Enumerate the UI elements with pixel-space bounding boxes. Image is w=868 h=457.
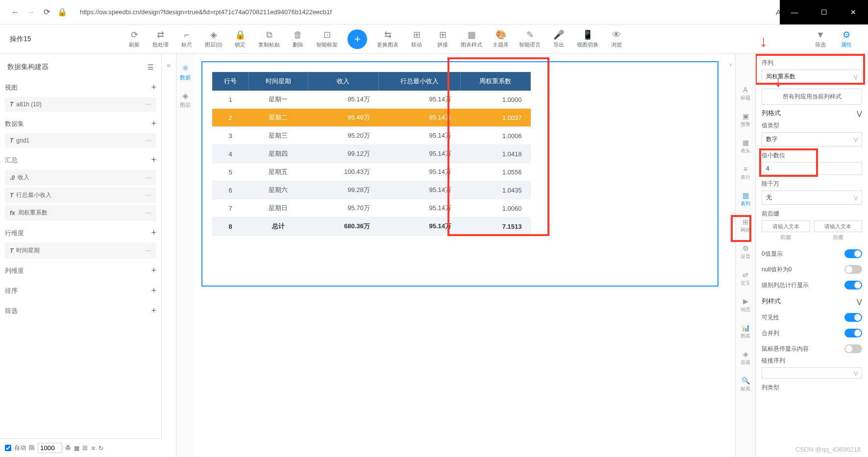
more-icon[interactable]: ⋯ xyxy=(146,101,151,108)
link-series-select[interactable]: ⋁ xyxy=(762,367,862,379)
url-bar[interactable]: https://ow.speedbi.cn/design?fdesign=tru… xyxy=(80,8,766,16)
add-icon[interactable]: + xyxy=(151,82,156,93)
add-icon[interactable]: + xyxy=(151,286,156,296)
vtab-数据[interactable]: ⚛数据 xyxy=(180,64,191,81)
table-row[interactable]: 7星期日95.70万95.14万1.0060 xyxy=(212,199,531,217)
expand-right[interactable]: › xyxy=(726,54,736,457)
table-row[interactable]: 3星期三95.20万95.14万1.0006 xyxy=(212,127,531,145)
rvtab-设置[interactable]: ⚙设置 xyxy=(741,244,750,260)
sidebar-item[interactable]: .0收入⋯ xyxy=(5,169,156,186)
toolbar-主题库[interactable]: 🎨主题库 xyxy=(489,28,513,50)
toolbar-联动[interactable]: ⊞联动 xyxy=(405,28,428,50)
sidebar-item[interactable]: Ta81h (10)⋯ xyxy=(5,97,156,112)
add-icon[interactable]: + xyxy=(151,306,156,316)
table-header[interactable]: 收入 xyxy=(308,72,379,91)
rvtab-图表[interactable]: 📊图表 xyxy=(741,324,750,339)
toolbar-导出[interactable]: 🎤导出 xyxy=(547,28,570,50)
toolbar-复制粘贴[interactable]: ⧉复制粘贴 xyxy=(254,28,284,50)
table-header[interactable]: 行号 xyxy=(212,72,248,91)
toolbar-图表样式[interactable]: ▦图表样式 xyxy=(457,28,486,50)
thousand-select[interactable]: 无⋁ xyxy=(762,191,862,205)
toolbar-标尺[interactable]: ⌐标尺 xyxy=(175,28,198,50)
canvas-frame[interactable]: 行号时间星期收入行总最小收入周权重系数 1星期一95.14万95.14万1.00… xyxy=(201,61,719,287)
col-style-header[interactable]: 列样式 ⋁ xyxy=(762,293,862,310)
shuffle-icon[interactable]: ⤭ xyxy=(91,445,96,452)
value-type-select[interactable]: 数字⋁ xyxy=(762,132,862,146)
maximize-button[interactable]: ☐ xyxy=(809,0,839,24)
sidebar-item[interactable]: T行总最小收入⋯ xyxy=(5,187,156,203)
decimal-input[interactable]: 4 xyxy=(762,162,862,175)
more-icon[interactable]: ⋯ xyxy=(146,192,151,199)
rvtab-表行[interactable]: ≡表行 xyxy=(741,165,750,181)
toolbar-批处理[interactable]: ⇄批处理 xyxy=(149,28,173,50)
rvtab-网格[interactable]: ⊞网格 xyxy=(741,218,750,234)
more-icon[interactable]: ⋯ xyxy=(146,137,151,144)
merge-switch[interactable] xyxy=(844,329,862,337)
rvtab-探索[interactable]: 🔍探索 xyxy=(741,377,750,392)
toolbar-更换图表[interactable]: ⇆更换图表 xyxy=(373,28,402,50)
toolbar-图层(0)[interactable]: ◈图层(0) xyxy=(201,28,226,50)
collapse-left[interactable]: « xyxy=(162,54,176,457)
toolbar-锁定[interactable]: 🔒锁定 xyxy=(228,28,252,50)
table-row[interactable]: 4星期四99.12万95.14万1.0418 xyxy=(212,145,531,163)
limit-input[interactable] xyxy=(38,443,62,453)
refresh-button[interactable]: ⟳ xyxy=(39,4,54,20)
visible-switch[interactable] xyxy=(844,313,862,322)
data-table[interactable]: 行号时间星期收入行总最小收入周权重系数 1星期一95.14万95.14万1.00… xyxy=(212,72,531,236)
toolbar-视图切换[interactable]: 📱视图切换 xyxy=(573,28,602,50)
table-header[interactable]: 行总最小收入 xyxy=(379,72,460,91)
table-header[interactable]: 时间星期 xyxy=(248,72,308,91)
rvtab-表头[interactable]: ▦表头 xyxy=(741,139,750,154)
toolbar-智能语言[interactable]: ✎智能语言 xyxy=(515,28,545,50)
back-button[interactable]: ← xyxy=(7,4,23,20)
more-icon[interactable]: ⋯ xyxy=(146,247,151,254)
table-row[interactable]: 2星期二95.49万95.14万1.0037 xyxy=(212,109,531,127)
apply-all-columns-button[interactable]: 所有列应用当前列样式 xyxy=(762,89,862,105)
zero-display-switch[interactable] xyxy=(844,249,862,258)
canvas-area[interactable]: 行号时间星期收入行总最小收入周权重系数 1星期一95.14万95.14万1.00… xyxy=(194,54,726,457)
table-header[interactable]: 周权重系数 xyxy=(460,72,530,91)
add-icon[interactable]: + xyxy=(151,155,156,165)
suffix-input[interactable] xyxy=(814,220,863,232)
sidebar-item[interactable]: fx周权重系数⋯ xyxy=(5,205,156,221)
add-icon[interactable]: + xyxy=(151,228,156,238)
level-total-switch[interactable] xyxy=(844,281,862,289)
null-fill-switch[interactable] xyxy=(844,265,862,274)
toolbar-刷新[interactable]: ⟳刷新 xyxy=(123,28,146,50)
col-format-header[interactable]: 列格式 ⋁ xyxy=(762,105,862,121)
rvtab-容器[interactable]: ◈容器 xyxy=(741,350,750,366)
add-button[interactable]: + xyxy=(347,29,367,49)
auto-checkbox[interactable] xyxy=(5,445,11,451)
add-icon[interactable]: + xyxy=(151,119,156,129)
rvtab-标题[interactable]: A标题 xyxy=(741,86,750,101)
sidebar-item[interactable]: Tgrid1⋯ xyxy=(5,133,156,148)
table-row[interactable]: 5星期五100.43万95.14万1.0556 xyxy=(212,163,531,181)
table-icon[interactable]: ▦ xyxy=(74,445,79,452)
more-icon[interactable]: ⋯ xyxy=(146,174,151,181)
toolbar-拼接[interactable]: ⊞拼接 xyxy=(431,28,454,50)
vtab-图层[interactable]: ◈图层 xyxy=(180,91,191,109)
rvtab-动态[interactable]: ▶动态 xyxy=(741,297,750,313)
toolbar-智能框架[interactable]: ⊡智能框架 xyxy=(312,28,342,50)
more-icon[interactable]: ⋯ xyxy=(146,210,151,216)
rvtab-表列[interactable]: ▥表列 xyxy=(741,192,750,207)
sidebar-item[interactable]: T时间星期⋯ xyxy=(5,242,156,259)
series-select[interactable]: 周权重系数⋁ xyxy=(762,70,862,84)
prefix-input[interactable] xyxy=(762,220,810,232)
sidebar-menu-icon[interactable]: ☰ xyxy=(148,63,154,71)
toolbar-浏览[interactable]: 👁浏览 xyxy=(605,28,628,50)
rvtab-交互[interactable]: ⇄交互 xyxy=(741,271,750,287)
toolbar-筛选[interactable]: ▼筛选 xyxy=(809,28,832,50)
minimize-button[interactable]: — xyxy=(780,0,809,24)
rvtab-预警[interactable]: ▣预警 xyxy=(741,112,750,128)
table-row[interactable]: 1星期一95.14万95.14万1.0000 xyxy=(212,91,531,109)
add-icon[interactable]: + xyxy=(151,265,156,276)
toolbar-删除[interactable]: 🗑删除 xyxy=(286,28,310,50)
close-button[interactable]: ✕ xyxy=(839,0,868,24)
table-row[interactable]: 6星期六99.28万95.14万1.0435 xyxy=(212,181,531,199)
table-row[interactable]: 8总计680.36万95.14万7.1513 xyxy=(212,217,531,236)
delete-icon[interactable]: ☒ xyxy=(82,445,88,452)
hover-switch[interactable] xyxy=(844,344,862,353)
refresh-icon[interactable]: ↻ xyxy=(99,445,103,452)
toolbar-属性[interactable]: ⚙属性 xyxy=(835,28,858,50)
